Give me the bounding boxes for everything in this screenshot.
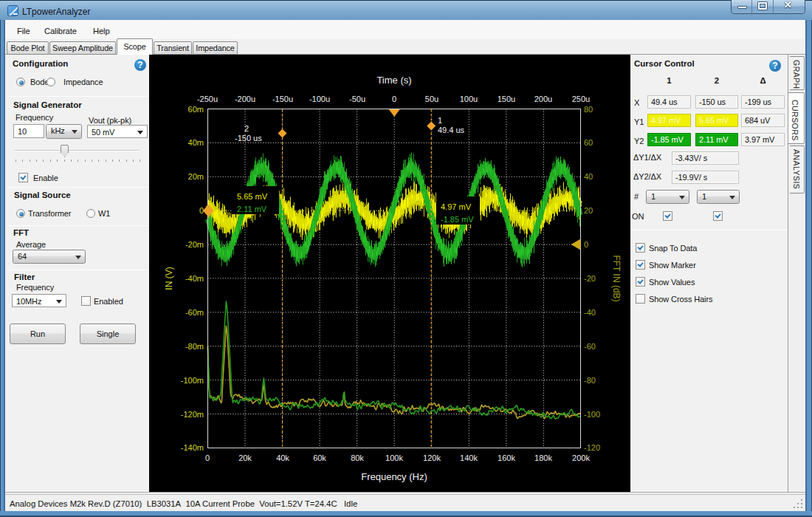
svg-text:100k: 100k: [385, 453, 403, 462]
svg-text:0: 0: [205, 453, 210, 462]
svg-text:20: 20: [584, 206, 593, 215]
svg-text:-100u: -100u: [309, 95, 330, 103]
svg-text:2.11 mV: 2.11 mV: [237, 205, 267, 213]
svg-text:0: 0: [584, 240, 588, 249]
svg-text:-1.85 mV: -1.85 mV: [441, 215, 474, 224]
svg-text:-140m: -140m: [181, 443, 204, 452]
svg-text:-20: -20: [584, 274, 596, 283]
svg-text:-80: -80: [584, 376, 596, 385]
svg-text:20k: 20k: [238, 453, 252, 462]
svg-text:-50u: -50u: [349, 95, 365, 103]
svg-text:IN (V): IN (V): [164, 267, 174, 290]
svg-text:5.65 mV: 5.65 mV: [237, 192, 268, 201]
svg-text:60: 60: [584, 138, 593, 147]
svg-text:60k: 60k: [313, 453, 326, 462]
svg-text:0: 0: [392, 95, 396, 103]
svg-text:-100m: -100m: [181, 376, 204, 385]
svg-text:-100: -100: [584, 410, 600, 419]
svg-text:80: 80: [584, 105, 593, 114]
svg-text:FFT IN (dB): FFT IN (dB): [611, 255, 622, 301]
svg-text:20m: 20m: [188, 172, 204, 181]
svg-text:180k: 180k: [534, 453, 552, 462]
svg-text:200k: 200k: [572, 453, 590, 462]
svg-text:140k: 140k: [460, 453, 478, 462]
svg-text:-40: -40: [584, 308, 596, 317]
svg-text:-120m: -120m: [181, 410, 204, 419]
svg-text:120k: 120k: [423, 453, 441, 462]
svg-text:1: 1: [438, 116, 442, 125]
svg-text:-20m: -20m: [185, 240, 204, 249]
svg-text:-150 us: -150 us: [235, 134, 262, 143]
svg-text:200u: 200u: [534, 95, 552, 103]
svg-text:-60m: -60m: [185, 308, 204, 317]
svg-text:-40m: -40m: [185, 274, 204, 283]
svg-text:50u: 50u: [425, 95, 438, 103]
svg-text:-200u: -200u: [235, 95, 255, 103]
svg-text:160k: 160k: [498, 453, 515, 462]
svg-text:40: 40: [584, 172, 593, 181]
svg-text:-250u: -250u: [197, 95, 218, 103]
svg-text:-80m: -80m: [185, 342, 204, 351]
svg-text:49.4 us: 49.4 us: [438, 126, 465, 134]
svg-text:150u: 150u: [498, 95, 515, 103]
svg-text:-150u: -150u: [272, 95, 293, 103]
svg-text:Time (s): Time (s): [376, 75, 411, 86]
svg-text:-120: -120: [584, 443, 600, 452]
svg-text:40m: 40m: [188, 138, 204, 147]
svg-text:250u: 250u: [572, 95, 590, 103]
svg-text:40k: 40k: [276, 453, 289, 462]
svg-text:Frequency (Hz): Frequency (Hz): [361, 471, 427, 482]
svg-text:80k: 80k: [351, 453, 364, 462]
svg-text:4.97 mV: 4.97 mV: [441, 202, 472, 211]
svg-text:100u: 100u: [460, 95, 478, 103]
svg-text:-60: -60: [584, 342, 596, 351]
svg-text:60m: 60m: [188, 105, 204, 114]
svg-text:2: 2: [244, 124, 249, 133]
